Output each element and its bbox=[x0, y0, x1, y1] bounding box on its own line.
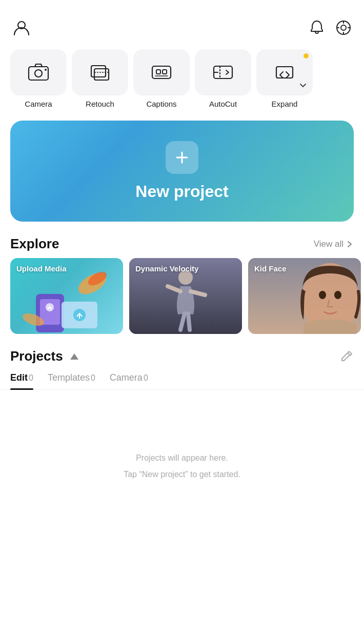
plus-icon bbox=[173, 148, 191, 167]
svg-point-9 bbox=[45, 69, 47, 71]
new-project-plus-icon bbox=[166, 141, 198, 174]
captions-icon bbox=[150, 62, 173, 83]
camera-icon bbox=[27, 62, 50, 83]
new-project-banner[interactable]: New project bbox=[10, 121, 354, 222]
explore-cards: Upload Media bbox=[0, 258, 364, 346]
header bbox=[0, 0, 364, 45]
svg-point-2 bbox=[341, 25, 346, 30]
dynamic-velocity-label: Dynamic Velocity bbox=[135, 264, 198, 273]
quick-actions: Camera Retouch Captions bbox=[0, 45, 364, 116]
tab-templates[interactable]: Templates0 bbox=[48, 372, 95, 389]
camera-icon-box bbox=[10, 49, 67, 95]
action-autocut[interactable]: AutoCut bbox=[195, 49, 251, 108]
retouch-label: Retouch bbox=[86, 100, 114, 108]
svg-point-36 bbox=[334, 291, 341, 299]
view-all-button[interactable]: View all bbox=[314, 239, 354, 249]
explore-card-kid-face[interactable]: Kid Face bbox=[248, 258, 361, 334]
retouch-icon-box bbox=[72, 49, 128, 95]
svg-rect-14 bbox=[156, 70, 160, 74]
explore-card-upload-media[interactable]: Upload Media bbox=[10, 258, 123, 334]
notification-button[interactable] bbox=[309, 19, 325, 36]
tab-edit-count: 0 bbox=[29, 373, 33, 382]
kid-face-label: Kid Face bbox=[254, 264, 287, 273]
explore-title: Explore bbox=[10, 236, 59, 252]
action-expand[interactable]: Expand bbox=[256, 49, 313, 108]
action-camera[interactable]: Camera bbox=[10, 49, 67, 108]
profile-button[interactable] bbox=[12, 18, 31, 37]
tab-camera[interactable]: Camera0 bbox=[110, 372, 148, 389]
expand-icon bbox=[273, 62, 296, 83]
captions-label: Captions bbox=[146, 100, 176, 108]
tab-templates-count: 0 bbox=[91, 373, 95, 382]
explore-card-dynamic-velocity[interactable]: Dynamic Velocity bbox=[129, 258, 242, 334]
chevron-down-icon bbox=[297, 80, 309, 91]
shield-settings-icon bbox=[335, 19, 352, 36]
svg-rect-10 bbox=[91, 66, 106, 77]
chevron-right-icon bbox=[346, 240, 354, 248]
expand-icon-box bbox=[256, 49, 313, 95]
camera-label: Camera bbox=[25, 100, 52, 108]
projects-edit-button[interactable] bbox=[339, 349, 354, 364]
tab-edit[interactable]: Edit0 bbox=[10, 372, 33, 389]
sort-triangle-icon bbox=[67, 349, 82, 364]
projects-header: Projects bbox=[0, 346, 364, 364]
empty-state-line1: Projects will appear here. bbox=[136, 451, 228, 465]
tab-camera-label: Camera bbox=[110, 372, 143, 383]
bell-icon bbox=[309, 19, 325, 36]
empty-state-line2: Tap “New project” to get started. bbox=[124, 468, 240, 481]
svg-point-8 bbox=[35, 70, 42, 77]
action-retouch[interactable]: Retouch bbox=[72, 49, 128, 108]
svg-point-35 bbox=[319, 291, 326, 299]
svg-rect-13 bbox=[152, 66, 171, 78]
new-project-label: New project bbox=[135, 182, 228, 201]
action-captions[interactable]: Captions bbox=[133, 49, 190, 108]
empty-state: Projects will appear here. Tap “New proj… bbox=[0, 390, 364, 501]
project-tabs: Edit0 Templates0 Camera0 bbox=[0, 364, 364, 390]
explore-section-header: Explore View all bbox=[0, 234, 364, 258]
expand-label: Expand bbox=[272, 100, 298, 108]
svg-rect-19 bbox=[276, 67, 293, 78]
svg-rect-11 bbox=[94, 69, 109, 80]
view-all-label: View all bbox=[314, 239, 343, 249]
autocut-icon-box bbox=[195, 49, 251, 95]
edit-icon bbox=[339, 349, 354, 364]
upload-media-label: Upload Media bbox=[16, 264, 67, 273]
retouch-icon bbox=[89, 62, 111, 83]
tab-templates-label: Templates bbox=[48, 372, 90, 383]
tab-edit-label: Edit bbox=[10, 372, 28, 383]
header-right bbox=[309, 19, 352, 36]
svg-rect-15 bbox=[163, 70, 167, 74]
captions-icon-box bbox=[133, 49, 190, 95]
projects-title: Projects bbox=[10, 348, 63, 364]
projects-title-group: Projects bbox=[10, 348, 82, 364]
settings-button[interactable] bbox=[335, 19, 352, 36]
tab-camera-count: 0 bbox=[144, 373, 148, 382]
autocut-icon bbox=[212, 62, 234, 83]
projects-sort-button[interactable] bbox=[67, 349, 82, 364]
header-left bbox=[12, 18, 31, 37]
autocut-label: AutoCut bbox=[209, 100, 237, 108]
svg-marker-37 bbox=[70, 353, 78, 360]
svg-rect-7 bbox=[29, 67, 48, 80]
person-icon bbox=[12, 18, 31, 37]
